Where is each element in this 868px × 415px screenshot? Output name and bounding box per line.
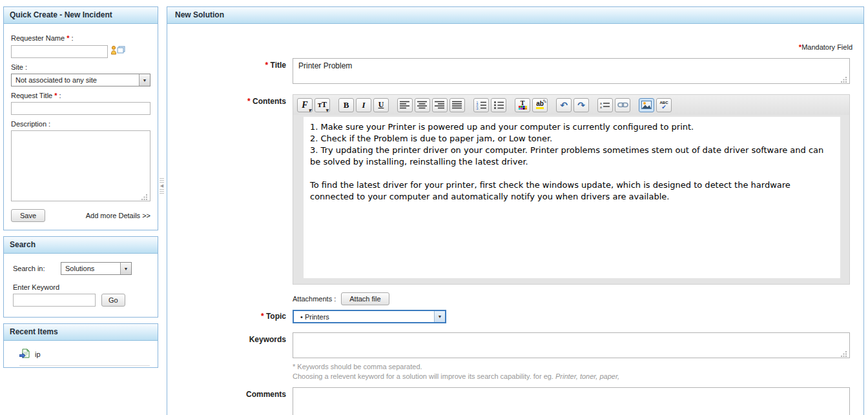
required-star: *: [67, 34, 69, 42]
search-body: Search in: Solutions ▼ Enter Keyword Go: [4, 254, 158, 317]
justify-icon: [452, 101, 462, 109]
comments-textarea[interactable]: [293, 387, 850, 415]
description-textarea[interactable]: [11, 130, 150, 201]
bold-button[interactable]: B: [338, 98, 354, 112]
unordered-list-button[interactable]: [491, 98, 506, 112]
unordered-list-icon: [493, 101, 504, 110]
required-star: *: [54, 92, 57, 99]
go-button[interactable]: Go: [101, 294, 125, 307]
quick-create-panel: Quick Create - New Incident Requester Na…: [3, 6, 158, 230]
ordered-list-icon: 123: [476, 101, 487, 110]
title-row: * Title Printer Problem: [167, 58, 863, 85]
recent-items-title: Recent Items: [10, 327, 58, 336]
keywords-row: Keywords * Keywords should be comma sepa…: [167, 332, 863, 380]
required-star: *: [247, 97, 251, 106]
page-title: New Solution: [175, 10, 224, 19]
comments-label: Comments: [167, 387, 293, 415]
editor-toolbar: F▼ тT▼ B I U 123 T ab✎: [293, 95, 849, 115]
keywords-help-line1: * Keywords should be comma separated.: [293, 363, 850, 370]
pencil-icon: ✎: [542, 99, 547, 105]
enter-keyword-label: Enter Keyword: [13, 283, 149, 291]
redo-button[interactable]: ↷: [574, 98, 589, 112]
chevron-down-icon: ▼: [308, 108, 311, 112]
mandatory-field-note: *Mandatory Field: [799, 43, 852, 51]
keyword-search-input[interactable]: [13, 294, 96, 307]
select-requester-icon[interactable]: [110, 45, 126, 57]
search-in-select[interactable]: Solutions ▼: [61, 262, 132, 275]
topic-bullet: •: [300, 313, 303, 321]
topic-select[interactable]: • Printers ▼: [293, 310, 446, 323]
attach-file-button[interactable]: Attach file: [341, 292, 389, 305]
site-label: Site :: [11, 63, 150, 71]
insert-hr-button[interactable]: aa: [597, 98, 613, 112]
request-title-input[interactable]: [11, 102, 150, 115]
site-select[interactable]: Not associated to any site ▼: [11, 74, 150, 86]
topic-label: * Topic: [167, 310, 293, 323]
recent-items-body: ip: [4, 341, 158, 367]
required-star: *: [261, 312, 264, 321]
search-in-label: Search in:: [13, 265, 61, 272]
editor-content-area: 1. Make sure your Printer is powered up …: [293, 115, 849, 284]
align-left-icon: [400, 101, 410, 109]
underline-button[interactable]: U: [373, 98, 389, 112]
search-header: Search: [4, 237, 158, 254]
attachments-label: Attachments :: [293, 295, 336, 303]
chevron-down-icon: ▼: [120, 263, 131, 274]
recent-item-label: ip: [35, 350, 41, 358]
solution-document-icon: [19, 349, 30, 360]
required-star: *: [265, 61, 269, 70]
chevron-down-icon: ▼: [434, 311, 445, 322]
quick-create-title: Quick Create - New Incident: [10, 10, 112, 19]
color-palette-icon: [519, 106, 527, 110]
contents-row: * Contents F▼ тT▼ B I U: [167, 85, 863, 285]
keywords-examples: Printer, toner, paper,: [555, 372, 619, 380]
highlight-button[interactable]: ab✎: [532, 98, 548, 112]
align-center-button[interactable]: [415, 98, 430, 112]
comments-row: Comments: [167, 387, 863, 415]
topic-value: Printers: [305, 313, 329, 321]
save-button[interactable]: Save: [11, 209, 45, 222]
recent-items-header: Recent Items: [4, 324, 158, 341]
insert-image-button[interactable]: [639, 98, 654, 112]
insert-link-button[interactable]: [615, 98, 630, 112]
check-icon: ✔: [661, 105, 666, 110]
recent-item[interactable]: ip: [19, 344, 150, 366]
rich-text-editor: F▼ тT▼ B I U 123 T ab✎: [293, 94, 850, 285]
search-panel: Search Search in: Solutions ▼ Enter Keyw…: [3, 236, 158, 318]
align-center-icon: [417, 101, 428, 109]
undo-button[interactable]: ↶: [556, 98, 572, 112]
requester-name-input[interactable]: [11, 45, 108, 58]
font-size-button[interactable]: тT▼: [315, 98, 330, 112]
align-right-icon: [435, 101, 445, 109]
align-right-button[interactable]: [432, 98, 448, 112]
collapse-left-arrow-icon: ◀: [160, 183, 163, 188]
sidebar-collapse-handle[interactable]: ◀: [159, 173, 165, 199]
svg-text:a: a: [600, 105, 602, 109]
link-icon: [617, 102, 628, 108]
ordered-list-button[interactable]: 123: [473, 98, 489, 112]
font-color-button[interactable]: T: [515, 98, 530, 112]
justify-button[interactable]: [450, 98, 465, 112]
spellcheck-button[interactable]: ABC✔: [656, 98, 672, 112]
chevron-down-icon: ▼: [326, 108, 329, 112]
new-solution-header: New Solution: [167, 7, 863, 24]
description-label: Description :: [11, 120, 150, 128]
italic-button[interactable]: I: [356, 98, 371, 112]
font-family-button[interactable]: F▼: [297, 98, 313, 112]
request-title-label: Request Title * :: [11, 92, 150, 99]
requester-name-label: Requester Name * :: [11, 34, 150, 42]
contents-label: * Contents: [167, 85, 293, 285]
attachments-row: Attachments : Attach file: [167, 292, 863, 305]
keywords-textarea[interactable]: [293, 332, 850, 358]
svg-text:3: 3: [476, 106, 478, 110]
sidebar: Quick Create - New Incident Requester Na…: [3, 6, 158, 374]
insert-hr-icon: aa: [600, 101, 610, 109]
align-left-button[interactable]: [397, 98, 413, 112]
search-title: Search: [10, 240, 36, 249]
contents-richtext[interactable]: 1. Make sure your Printer is powered up …: [304, 117, 840, 278]
spacer: [167, 298, 293, 300]
quick-create-body: Requester Name * : Site : Not associated: [4, 24, 158, 230]
add-more-details-link[interactable]: Add more Details >>: [86, 212, 150, 219]
title-textarea[interactable]: Printer Problem: [293, 58, 850, 84]
keywords-help-line2: Choosing a relevent keyword for a soluti…: [293, 372, 850, 380]
